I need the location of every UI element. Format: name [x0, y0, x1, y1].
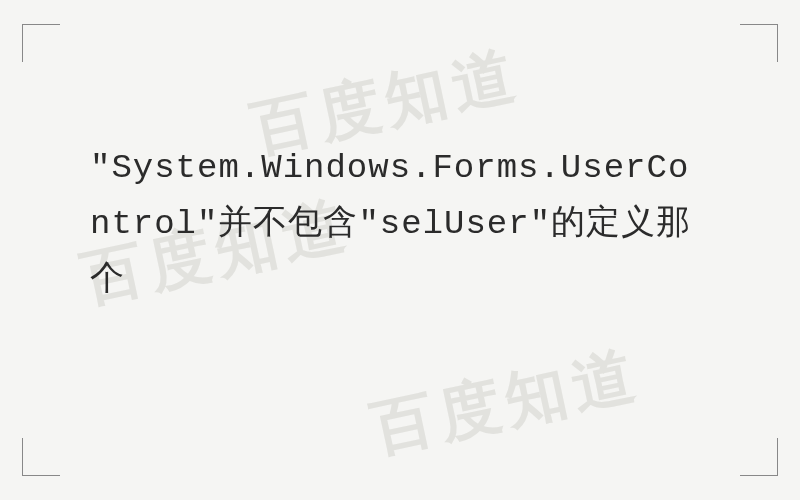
- watermark-text: 百度知道: [364, 333, 648, 472]
- question-text: "System.Windows.Forms.UserControl"并不包含"s…: [90, 140, 710, 308]
- frame-corner-bottom-left: [22, 438, 60, 476]
- frame-corner-top-left: [22, 24, 60, 62]
- frame-corner-top-right: [740, 24, 778, 62]
- frame-corner-bottom-right: [740, 438, 778, 476]
